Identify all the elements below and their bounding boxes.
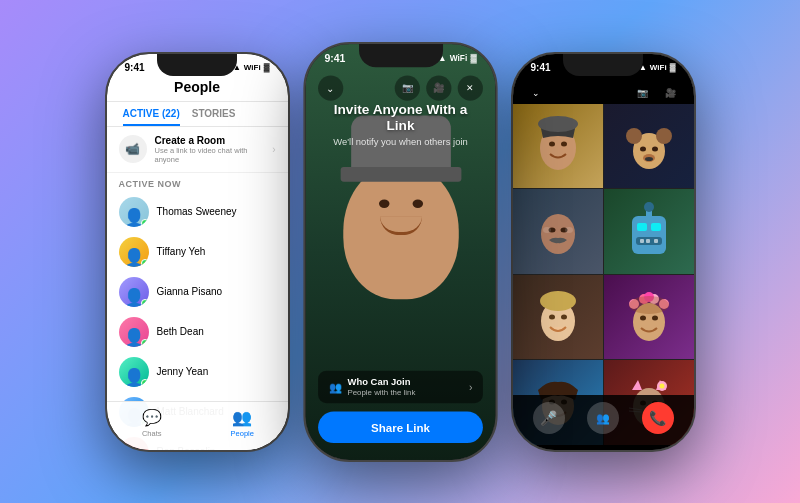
invite-overlay: Invite Anyone With a Link We'll notify y…	[305, 101, 495, 146]
who-join-title: Who Can Join	[347, 376, 468, 387]
video-icon: 📹	[125, 142, 140, 156]
svg-point-2	[561, 141, 567, 146]
center-top-icons: 📷 🎥 ✕	[394, 75, 482, 100]
svg-point-31	[652, 315, 658, 320]
face-smile	[379, 216, 421, 235]
chevron-down-btn[interactable]: ⌄	[318, 75, 343, 100]
svg-point-24	[644, 202, 654, 212]
camera-switch-btn[interactable]: 📷	[394, 75, 419, 100]
hat-brim	[340, 166, 461, 181]
video-cell-5	[513, 275, 603, 360]
tab-stories[interactable]: STORIES	[192, 108, 236, 126]
svg-rect-21	[646, 239, 650, 243]
face-svg-6	[624, 287, 674, 347]
video-cell-1	[513, 104, 603, 189]
who-join-subtitle: People with the link	[347, 387, 468, 396]
right-bottom-bar: 🎤 👥 📞	[513, 395, 694, 450]
screen-left: 9:41 ▲▲▲ WiFi ▓ People ACTIVE (22) STORI…	[107, 54, 288, 450]
video-cell-4	[604, 189, 694, 274]
avatar-5: 👤	[119, 357, 149, 387]
video-btn[interactable]: 🎥	[426, 75, 451, 100]
notch-left	[157, 54, 237, 76]
avatar-2: 👤	[119, 237, 149, 267]
contact-row[interactable]: 👤 Thomas Sweeney	[107, 192, 288, 232]
avatar-3: 👤	[119, 277, 149, 307]
face-svg-3	[533, 201, 583, 261]
svg-point-28	[540, 291, 576, 311]
contact-name-3: Gianna Pisano	[157, 286, 223, 297]
end-call-icon: 📞	[649, 410, 666, 426]
camera-btn-right[interactable]: 📷	[632, 82, 654, 104]
contact-name-2: Tiffany Yeh	[157, 246, 206, 257]
video-cell-2	[604, 104, 694, 189]
end-call-button[interactable]: 📞	[642, 402, 674, 434]
video-cell-6	[604, 275, 694, 360]
battery-icon: ▓	[264, 63, 270, 72]
create-room-row[interactable]: 📹 Create a Room Use a link to video chat…	[107, 127, 288, 173]
create-room-text: Create a Room Use a link to video chat w…	[155, 135, 265, 164]
video-btn-right[interactable]: 🎥	[660, 82, 682, 104]
people-icon: 👥	[232, 408, 252, 427]
contact-row[interactable]: 👤 Gianna Pisano	[107, 272, 288, 312]
svg-point-10	[645, 157, 653, 161]
eye-left	[378, 199, 389, 207]
battery-icon-r: ▓	[670, 63, 676, 72]
screen-right: 9:41 ▲▲▲ WiFi ▓ ⌄ 📷 🎥	[513, 54, 694, 450]
video-cell-3	[513, 189, 603, 274]
nav-chats[interactable]: 💬 Chats	[107, 408, 198, 438]
svg-rect-20	[640, 239, 644, 243]
bottom-panel-center: 👥 Who Can Join People with the link › Sh…	[305, 360, 495, 460]
contact-row[interactable]: 👤 Beth Dean	[107, 312, 288, 352]
svg-rect-18	[651, 223, 661, 231]
video-grid	[513, 104, 694, 445]
status-time-right: 9:41	[531, 62, 551, 73]
person-5	[513, 275, 603, 360]
nav-people[interactable]: 👥 People	[197, 408, 288, 438]
contact-name-4: Beth Dean	[157, 326, 204, 337]
back-btn-right[interactable]: ⌄	[525, 82, 547, 104]
wifi-icon-r: WiFi	[650, 63, 667, 72]
notch-center	[358, 44, 442, 67]
screen-center: 9:41 ▲▲▲ WiFi ▓ ⌄ 📷 🎥 ✕ Invite Anyone Wi…	[305, 44, 495, 460]
share-link-button[interactable]: Share Link	[318, 411, 483, 443]
person-2	[604, 104, 694, 189]
svg-rect-16	[632, 216, 666, 254]
join-icon: 👥	[328, 381, 341, 393]
face-svg-5	[533, 287, 583, 347]
online-dot-5	[141, 379, 149, 387]
svg-marker-44	[632, 380, 642, 390]
chats-label: Chats	[142, 429, 162, 438]
face-head	[342, 162, 458, 299]
person-6	[604, 275, 694, 360]
svg-point-14	[543, 227, 551, 233]
close-btn-center[interactable]: ✕	[457, 75, 482, 100]
mic-button[interactable]: 🎤	[533, 402, 565, 434]
eye-right	[412, 199, 423, 207]
active-now-label: ACTIVE NOW	[107, 173, 288, 192]
svg-rect-17	[637, 223, 647, 231]
who-can-join-row[interactable]: 👥 Who Can Join People with the link ›	[318, 370, 483, 403]
wifi-icon: WiFi	[244, 63, 261, 72]
wifi-icon-c: WiFi	[449, 53, 467, 62]
online-dot-3	[141, 299, 149, 307]
left-header: People	[107, 75, 288, 102]
online-dot-1	[141, 219, 149, 227]
tab-active[interactable]: ACTIVE (22)	[123, 108, 180, 126]
svg-rect-22	[654, 239, 658, 243]
contact-row[interactable]: 👤 Jenny Yean	[107, 352, 288, 392]
contact-row[interactable]: 👤 Tiffany Yeh	[107, 232, 288, 272]
person-4	[604, 189, 694, 274]
face-simulation	[327, 141, 474, 320]
camera-button[interactable]: 👥	[587, 402, 619, 434]
svg-point-27	[561, 314, 567, 319]
person-3	[513, 189, 603, 274]
svg-point-7	[640, 146, 646, 151]
chats-icon: 💬	[142, 408, 162, 427]
create-room-subtitle: Use a link to video chat with anyone	[155, 146, 265, 164]
create-room-icon: 📹	[119, 135, 147, 163]
phones-container: 9:41 ▲▲▲ WiFi ▓ People ACTIVE (22) STORI…	[85, 32, 716, 472]
camera-icon: 👥	[596, 412, 610, 425]
invite-title: Invite Anyone With a Link	[322, 101, 478, 132]
phone-left: 9:41 ▲▲▲ WiFi ▓ People ACTIVE (22) STORI…	[105, 52, 290, 452]
who-join-text: Who Can Join People with the link	[347, 376, 468, 396]
